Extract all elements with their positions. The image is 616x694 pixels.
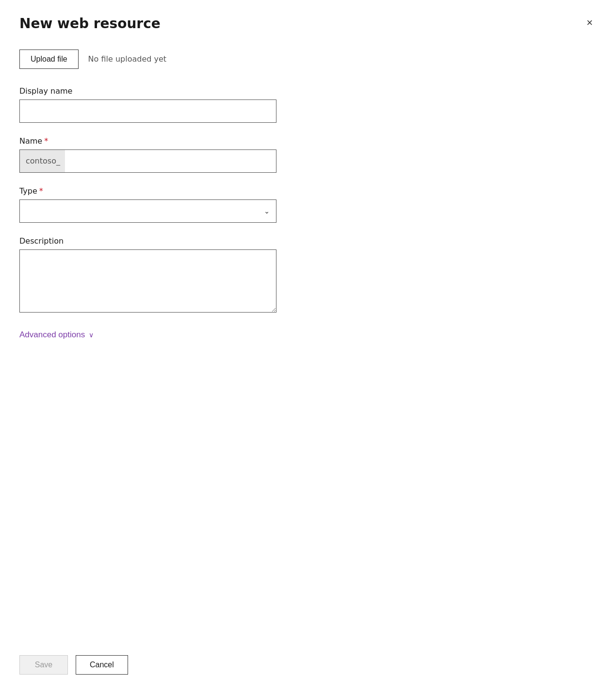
description-textarea[interactable]: [19, 249, 276, 313]
display-name-field-group: Display name: [19, 86, 597, 123]
type-required-star: *: [39, 186, 43, 196]
advanced-options-toggle[interactable]: Advanced options ∨: [19, 328, 597, 342]
display-name-input[interactable]: [19, 99, 276, 123]
name-input-wrapper: contoso_: [19, 149, 276, 173]
type-select[interactable]: Webpage (HTML) Style Sheet (CSS) Script …: [19, 199, 276, 223]
display-name-label: Display name: [19, 86, 597, 96]
upload-status: No file uploaded yet: [88, 54, 166, 64]
dialog-title: New web resource: [19, 16, 161, 32]
upload-file-button[interactable]: Upload file: [19, 50, 79, 69]
type-select-wrapper: Webpage (HTML) Style Sheet (CSS) Script …: [19, 199, 276, 223]
close-button[interactable]: ×: [583, 16, 597, 30]
name-field-group: Name * contoso_: [19, 136, 597, 173]
dialog-header: New web resource ×: [19, 16, 597, 32]
type-field-group: Type * Webpage (HTML) Style Sheet (CSS) …: [19, 186, 597, 223]
advanced-options-label: Advanced options: [19, 330, 85, 340]
name-label: Name *: [19, 136, 597, 146]
save-button[interactable]: Save: [19, 655, 68, 675]
cancel-button[interactable]: Cancel: [76, 655, 128, 675]
dialog-footer: Save Cancel: [19, 640, 128, 675]
description-label: Description: [19, 236, 597, 246]
name-input[interactable]: [19, 149, 276, 173]
dialog-body: Upload file No file uploaded yet Display…: [19, 50, 597, 675]
new-web-resource-dialog: New web resource × Upload file No file u…: [0, 0, 616, 694]
advanced-options-chevron-icon: ∨: [89, 331, 94, 339]
description-field-group: Description: [19, 236, 597, 313]
name-required-star: *: [44, 136, 48, 146]
type-label: Type *: [19, 186, 597, 196]
upload-row: Upload file No file uploaded yet: [19, 50, 597, 69]
